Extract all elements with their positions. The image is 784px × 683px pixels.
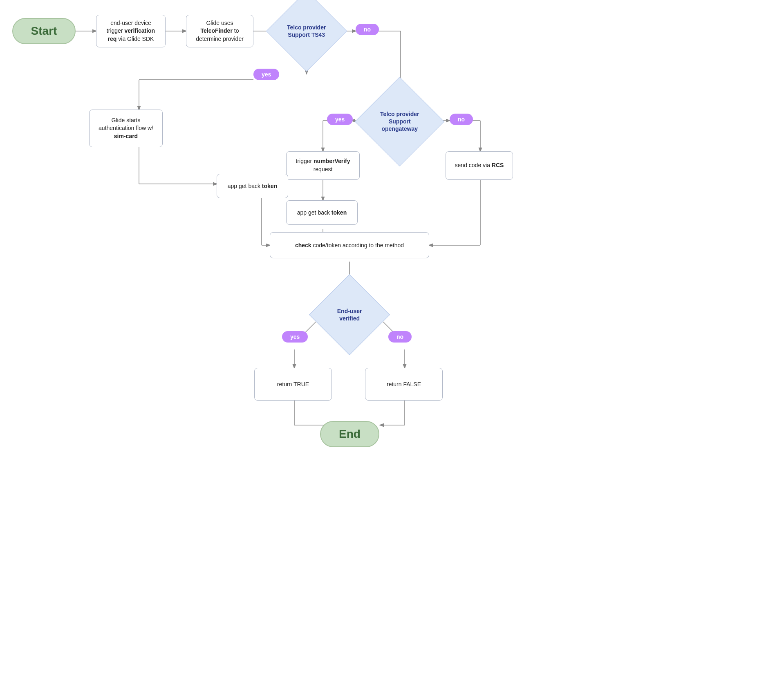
yes1-pill: yes — [253, 69, 279, 80]
step1-text: end-user devicetrigger verificationreq v… — [107, 19, 155, 43]
check-text: check code/token according to the method — [295, 242, 404, 249]
diamond3-content: End-userverified — [337, 307, 362, 322]
no1-label: no — [364, 26, 371, 33]
diamond2-text: Telco providerSupportopengateway — [380, 111, 419, 132]
diamond1-node: Telco providerSupport TS43 — [266, 0, 347, 72]
no1-pill: no — [356, 24, 379, 35]
diamond2-content: Telco providerSupportopengateway — [380, 110, 419, 133]
step3-node: Glide startsauthentication flow w/sim-ca… — [89, 110, 163, 147]
no2-pill: no — [450, 114, 473, 125]
no2-label: no — [458, 116, 465, 123]
return-true-node: return TRUE — [254, 368, 332, 401]
step4-node: trigger numberVerify request — [286, 151, 360, 180]
check-node: check code/token according to the method — [270, 232, 429, 258]
end-label: End — [339, 428, 361, 441]
yes3-label: yes — [290, 334, 300, 340]
diamond1-text: Telco providerSupport TS43 — [287, 24, 326, 38]
token2-node: app get back token — [286, 200, 358, 225]
token2-text: app get back token — [297, 209, 347, 216]
start-node: Start — [12, 18, 76, 44]
start-label: Start — [31, 25, 57, 38]
step3-text: Glide startsauthentication flow w/sim-ca… — [99, 116, 153, 141]
diamond3-text: End-userverified — [337, 308, 362, 322]
diagram-container: Start end-user devicetrigger verificatio… — [0, 0, 784, 683]
diamond3-node: End-userverified — [309, 274, 390, 355]
diamond2-node: Telco providerSupportopengateway — [355, 77, 444, 166]
yes3-pill: yes — [282, 331, 308, 343]
yes2-label: yes — [335, 116, 345, 123]
yes1-label: yes — [262, 71, 271, 78]
return-false-node: return FALSE — [365, 368, 443, 401]
token1-text: app get back token — [228, 183, 277, 189]
no3-label: no — [396, 334, 403, 340]
diamond1-content: Telco providerSupport TS43 — [287, 24, 326, 38]
step5-rcs-node: send code via RCS — [446, 151, 513, 180]
return-true-text: return TRUE — [277, 381, 309, 387]
yes2-pill: yes — [327, 114, 353, 125]
step2-node: Glide uses TelcoFinder to determine prov… — [186, 15, 253, 47]
step4-text: trigger numberVerify request — [293, 157, 353, 173]
token1-node: app get back token — [217, 174, 288, 198]
step2-text: Glide uses TelcoFinder to determine prov… — [193, 19, 246, 43]
end-node: End — [320, 421, 379, 447]
step5-rcs-text: send code via RCS — [455, 161, 504, 170]
step1-node: end-user devicetrigger verificationreq v… — [96, 15, 166, 47]
return-false-text: return FALSE — [387, 381, 421, 387]
no3-pill: no — [388, 331, 412, 343]
